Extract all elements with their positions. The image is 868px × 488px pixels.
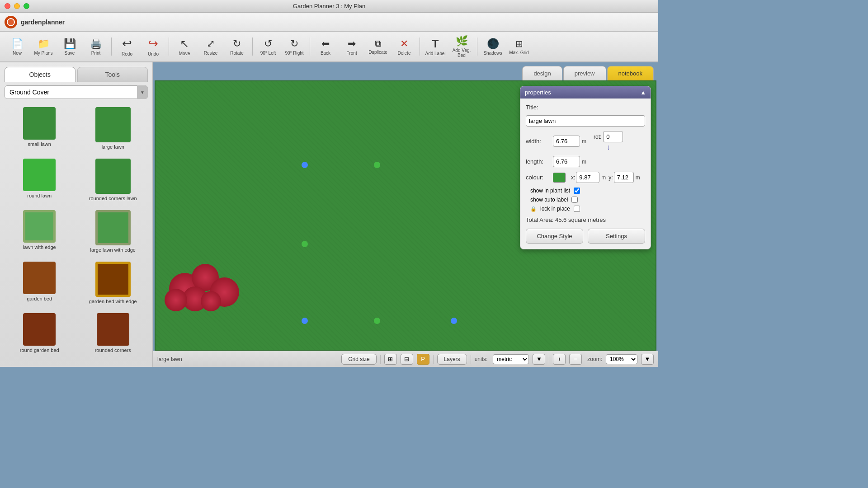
show-auto-label-checkbox[interactable]: [571, 197, 578, 203]
front-button[interactable]: ➡ Front: [339, 33, 364, 60]
handle-top-center[interactable]: [302, 162, 308, 168]
handle-bottom-right[interactable]: [451, 318, 457, 324]
garden-canvas[interactable]: properties ▲ Title: width: m: [155, 80, 656, 351]
status-sep-3: [471, 355, 471, 364]
delete-button[interactable]: ✕ Delete: [392, 33, 417, 60]
lock-in-place-checkbox[interactable]: [574, 206, 580, 212]
rot-label: rot:: [594, 134, 601, 140]
item-label: garden bed with edge: [89, 299, 137, 304]
close-button[interactable]: [5, 3, 10, 9]
move-button[interactable]: ↖ Move: [172, 33, 197, 60]
front-icon: ➡: [348, 38, 356, 50]
traffic-lights[interactable]: [5, 3, 29, 9]
toolbar-sep-6: [477, 38, 477, 56]
max-grid-button[interactable]: ⊞ Max. Grid: [506, 33, 532, 60]
show-plant-list-label: show in plant list: [530, 188, 570, 194]
list-item[interactable]: large lawn with edge: [78, 207, 148, 255]
zoom-select[interactable]: 100% 75% 125% 150% 50%: [606, 354, 637, 364]
colour-swatch[interactable]: [553, 173, 566, 183]
tab-notebook[interactable]: notebook: [607, 66, 654, 80]
list-item[interactable]: garden bed: [5, 259, 75, 307]
add-label-icon: T: [432, 38, 439, 50]
max-grid-label: Max. Grid: [509, 50, 528, 55]
units-dropdown-arrow[interactable]: ▼: [533, 354, 545, 365]
90-left-button[interactable]: ↺ 90° Left: [255, 33, 281, 60]
list-item[interactable]: round lawn: [5, 156, 75, 204]
layers-button[interactable]: Layers: [437, 354, 467, 365]
undo-button[interactable]: ↪ Undo: [141, 33, 166, 60]
my-plans-label: My Plans: [34, 51, 52, 56]
x-input[interactable]: [576, 172, 599, 183]
item-label: large lawn: [102, 144, 124, 150]
handle-bottom-mid[interactable]: [374, 318, 380, 324]
maximize-button[interactable]: [24, 3, 29, 9]
tab-design[interactable]: design: [522, 66, 562, 80]
title-label: Title:: [526, 104, 553, 111]
duplicate-button[interactable]: ⧉ Duplicate: [365, 33, 391, 60]
units-select[interactable]: metric imperial: [493, 354, 529, 364]
properties-body: Title: width: m rot:: [520, 99, 651, 249]
y-input[interactable]: [614, 172, 634, 183]
back-button[interactable]: ⬅ Back: [313, 33, 338, 60]
tab-objects[interactable]: Objects: [5, 67, 75, 82]
list-item[interactable]: small lawn: [5, 104, 75, 152]
title-bar: Garden Planner 3 : My Plan: [0, 0, 658, 13]
total-area: Total Area: 45.6 square metres: [526, 216, 645, 223]
move-label: Move: [179, 51, 190, 56]
list-item[interactable]: rounded corners lawn: [78, 156, 148, 204]
shadows-button[interactable]: 🌑 Shadows: [480, 33, 505, 60]
shrub-circle: [165, 289, 187, 311]
delete-icon: ✕: [400, 38, 408, 50]
zoom-out-button[interactable]: −: [569, 354, 582, 365]
x-label: x:: [571, 174, 575, 181]
90-right-button[interactable]: ↻ 90° Right: [282, 33, 307, 60]
move-icon: ↖: [180, 38, 189, 50]
tab-tools[interactable]: Tools: [77, 67, 148, 82]
item-thumbnail: [23, 159, 56, 191]
my-plans-button[interactable]: 📁 My Plans: [31, 33, 56, 60]
90-left-icon: ↺: [264, 38, 272, 50]
new-button[interactable]: 📄 New: [5, 33, 30, 60]
rot-input[interactable]: [603, 131, 623, 142]
item-thumbnail: [23, 210, 56, 243]
list-item[interactable]: lawn with edge: [5, 207, 75, 255]
add-veg-bed-button[interactable]: 🌿 Add Veg. Bed: [449, 33, 474, 60]
handle-mid-right[interactable]: [374, 162, 380, 168]
width-input[interactable]: [553, 136, 580, 147]
list-item[interactable]: round garden bed: [5, 310, 75, 356]
pin-button[interactable]: P: [417, 354, 429, 365]
main-layout: Objects Tools Ground Cover Vegetables He…: [0, 62, 658, 367]
title-input[interactable]: [526, 115, 645, 127]
item-thumbnail: [95, 262, 131, 297]
add-label-button[interactable]: T Add Label: [423, 33, 448, 60]
settings-button[interactable]: Settings: [588, 229, 645, 244]
grid-view-2-button[interactable]: ⊟: [401, 354, 413, 365]
status-sep-4: [549, 355, 549, 364]
grid-size-button[interactable]: Grid size: [341, 354, 376, 365]
redo-button[interactable]: ↩ Redo: [114, 33, 140, 60]
x-unit: m: [601, 174, 606, 181]
handle-bottom-center[interactable]: [302, 241, 308, 247]
show-plant-list-checkbox[interactable]: [574, 188, 580, 194]
rot-container: rot: ↓: [594, 131, 623, 151]
list-item[interactable]: garden bed with edge: [78, 259, 148, 307]
lock-in-place-row: 🔒 lock in place: [530, 206, 645, 212]
list-item[interactable]: rounded corners: [78, 310, 148, 356]
list-item[interactable]: large lawn: [78, 104, 148, 152]
change-style-button[interactable]: Change Style: [526, 229, 583, 244]
tab-preview[interactable]: preview: [563, 66, 606, 80]
zoom-in-button[interactable]: +: [553, 354, 566, 365]
view-tabs: design preview notebook: [153, 62, 658, 80]
category-dropdown[interactable]: Ground Cover Vegetables Herbs Fruit Tree…: [5, 85, 148, 99]
collapse-icon[interactable]: ▲: [640, 89, 646, 96]
handle-bottom-left[interactable]: [302, 318, 308, 324]
rotate-button[interactable]: ↻ Rotate: [224, 33, 250, 60]
item-thumbnail: [97, 313, 129, 346]
grid-view-1-button[interactable]: ⊞: [384, 354, 397, 365]
zoom-dropdown-arrow[interactable]: ▼: [641, 354, 654, 365]
save-button[interactable]: 💾 Save: [57, 33, 82, 60]
resize-button[interactable]: ⤢ Resize: [198, 33, 223, 60]
minimize-button[interactable]: [14, 3, 20, 9]
print-button[interactable]: 🖨️ Print: [83, 33, 108, 60]
length-input[interactable]: [553, 156, 580, 167]
